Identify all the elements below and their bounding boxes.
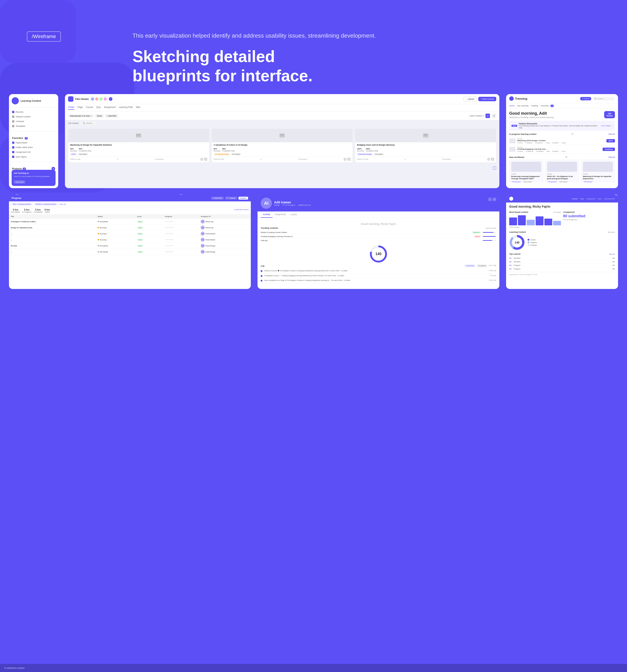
nav-quiz[interactable]: Quiz: [96, 106, 101, 110]
trenning-search-input[interactable]: 🔍 Search...: [593, 97, 615, 100]
stat-progress: 5 hrs In Progress: [22, 209, 31, 213]
submit-btn[interactable]: Submit: [239, 197, 248, 199]
ai-card-try-btn[interactable]: Try it now: [14, 180, 25, 184]
progress-item-icon-2: [509, 147, 515, 152]
pagination-btn[interactable]: ›: [493, 166, 496, 170]
sidebar-item-shared[interactable]: Shared Content: [9, 114, 58, 119]
card-menu-3[interactable]: ▾: [491, 158, 494, 161]
reset-btn[interactable]: Reset: [95, 114, 104, 118]
studio-info: Fikri Studio +: [68, 96, 113, 102]
favorites-label: Favorites 3: [9, 135, 58, 140]
add-filter-assign-btn[interactable]: + Add Filter: [211, 197, 224, 199]
avatar-4: [103, 97, 107, 101]
view-all-learners[interactable]: View all: [609, 253, 615, 255]
card-menu-1[interactable]: ▾: [204, 158, 207, 161]
completion-value-1: 1 Day: [546, 142, 550, 144]
tab-activity[interactable]: Activity: [261, 212, 272, 218]
content-subbar: 100 content 🔍 Search...: [65, 120, 499, 126]
clear-all-btn[interactable]: Clear all: [59, 203, 66, 205]
row-5-assigned: PMPandi Mongo: [199, 243, 251, 249]
filter-chip-items[interactable]: Item: 1 selected Articles: [11, 203, 32, 206]
most-viewed-label: Most based content: [509, 211, 528, 213]
filter-remove-btn[interactable]: ×: [91, 115, 92, 117]
deadline-value-2: 12 hrs: [561, 150, 565, 152]
accuracy-stat-2: 62% Accuracy: [214, 148, 221, 152]
log-search-btn[interactable]: 🔍 Search: [477, 264, 487, 267]
avatar-1: [91, 97, 94, 101]
nav-folder[interactable]: Folder: [68, 106, 74, 110]
dash-nav-course[interactable]: Course: [572, 198, 578, 200]
content-card-3: Bridging Users and UI Design Harmony 100…: [355, 128, 496, 163]
add-filter-btn[interactable]: + Add Filter: [105, 114, 118, 118]
tag-urgent-2: Not Urgent: [231, 153, 241, 155]
legend-dot-3: [528, 244, 529, 246]
tab-assigned[interactable]: Assigned (4): [272, 212, 288, 218]
row-5-score: Easy: [135, 243, 163, 249]
enroll-tag-1b: Not Urgent: [523, 181, 533, 182]
log-item-1: Started a Course 🎓 'St Designer's Guide …: [261, 269, 496, 273]
tag-instructional: Instructional Design: [214, 153, 230, 155]
selected-label: 6 selected content: [4, 667, 24, 669]
trenning-nav-mylearning[interactable]: My Learning: [517, 104, 529, 107]
dash-nav-quiz[interactable]: Quiz: [598, 198, 601, 200]
nav-wiki[interactable]: Wiki: [136, 106, 140, 110]
feature-text: The learning content are a new feature i…: [519, 125, 601, 129]
ask-ai-button[interactable]: ✦ Ask AI: [580, 97, 591, 100]
grid-view-btn[interactable]: ⊞: [485, 114, 490, 118]
by-status-label: By status: [608, 231, 615, 233]
card-avatar-3[interactable]: [487, 158, 490, 161]
sidebar-item-recents[interactable]: Recents: [9, 110, 58, 114]
top-learners-list: A1 Adi Bettu 140 A2 Adi Bettu 140 A3 Pro…: [509, 257, 615, 271]
add-member-btn[interactable]: +: [109, 97, 113, 101]
sidebar-item-templates[interactable]: Templates: [9, 124, 58, 128]
row-6-assigned: PMPandi Mongo: [199, 249, 251, 255]
card-avatar-1[interactable]: [200, 158, 203, 161]
assignee-avatar-6: PM: [201, 250, 205, 254]
dash-nav-page[interactable]: Page: [580, 198, 584, 200]
trenning-nav-favorites[interactable]: Favorites 8: [541, 104, 554, 107]
filter-chip-division[interactable]: Division: 2 selected Articles: [34, 203, 58, 206]
sidebar-item-figma-basic[interactable]: Figma Basic: [9, 140, 58, 145]
greeting-text: Good morning, Adit: [509, 111, 553, 116]
search-assign-box[interactable]: 🔍 Search: [225, 197, 237, 199]
minimize-btn[interactable]: −: [488, 197, 492, 201]
nav-assignment[interactable]: Assignment: [104, 106, 116, 110]
log-dot-2: [261, 275, 262, 277]
view-all-enrollment[interactable]: View all: [608, 156, 615, 158]
add-note-btn[interactable]: + Add Note: [464, 264, 475, 267]
tab-log[interactable]: Log (3): [288, 212, 299, 218]
search-box[interactable]: 🔍 Search...: [81, 121, 96, 125]
row-4-assigned: PMPandi Mando: [199, 237, 251, 243]
close-icon[interactable]: ×: [493, 197, 496, 201]
sidebar-item-quiz-figma[interactable]: Quiz Figma: [9, 154, 58, 159]
bar-3: [527, 220, 534, 225]
trenning-nav-home[interactable]: Home: [509, 104, 514, 107]
chevron-down-icon: ▾: [483, 115, 484, 117]
row-5-title: No limit: [9, 243, 96, 249]
header-title: Sketching detailed blueprints for interf…: [132, 47, 376, 86]
bar-5: [545, 219, 552, 225]
dash-nav-assignment[interactable]: Assignment: [586, 198, 596, 200]
sidebar-item-assignment-101[interactable]: Assignment 101: [9, 150, 58, 154]
legend-item-2: Progress: [528, 241, 537, 243]
continue-button-2[interactable]: Continue: [603, 148, 615, 151]
card-avatar-2[interactable]: [343, 158, 347, 161]
start-button-1[interactable]: Start: [606, 139, 615, 142]
dash-nav-learningpath[interactable]: Learning Path: [604, 198, 615, 200]
sidebar-bottom: Get Trenning Ai Use AI in every edition …: [9, 168, 58, 188]
sidebar-item-archived[interactable]: Archived: [9, 119, 58, 124]
question-count-icon-1: ⊙: [117, 158, 118, 160]
sidebar-item-folder-new[interactable]: Folder NEW 2024: [9, 145, 58, 150]
trenning-nav-catalog[interactable]: Catalog: [531, 104, 538, 107]
nav-course[interactable]: Course: [86, 106, 93, 110]
sort-dropdown[interactable]: Date Created ▾: [469, 115, 484, 117]
feature-link[interactable]: Go to detail →: [601, 125, 613, 127]
upload-button[interactable]: ↑ Upload: [463, 97, 477, 101]
nav-learning-path[interactable]: Learning Path: [119, 106, 133, 110]
card-menu-2[interactable]: ▾: [347, 158, 351, 161]
content-card-2: A Symphony of Colors in UI Design 62% Ac…: [212, 128, 353, 163]
nav-page[interactable]: Page: [77, 106, 82, 110]
list-view-btn[interactable]: ≡: [492, 114, 496, 118]
view-all-progress[interactable]: View all: [608, 133, 615, 135]
new-content-button[interactable]: + New Content: [478, 97, 496, 101]
